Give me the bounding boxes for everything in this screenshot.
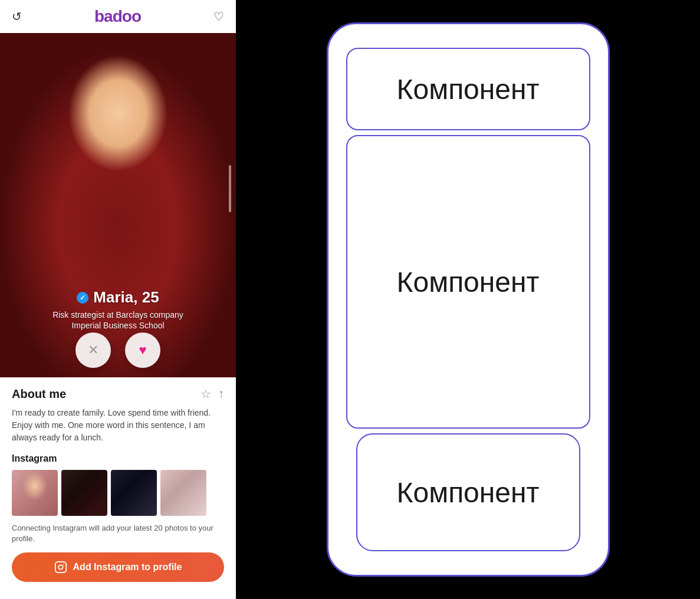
instagram-icon bbox=[54, 561, 67, 574]
dislike-icon: ✕ bbox=[88, 343, 98, 358]
component-box-bottom: Компонент bbox=[356, 433, 580, 551]
instagram-photo-3 bbox=[111, 470, 157, 516]
like-icon: ♥ bbox=[139, 343, 146, 358]
right-panel: Компонент Компонент Компонент bbox=[236, 0, 700, 599]
svg-rect-0 bbox=[55, 562, 65, 572]
verified-check: ✓ bbox=[80, 294, 86, 302]
profile-info-overlay: ✓ Maria, 25 Risk strategist at Barclays … bbox=[0, 288, 236, 330]
profile-content: About me ☆ ↑ I'm ready to create family.… bbox=[0, 377, 236, 599]
about-icons: ☆ ↑ bbox=[201, 387, 224, 401]
component-label-bottom: Компонент bbox=[396, 476, 539, 509]
scroll-indicator bbox=[229, 165, 231, 212]
instagram-photo-4 bbox=[160, 470, 206, 516]
add-instagram-button[interactable]: Add Instagram to profile bbox=[12, 552, 224, 582]
svg-point-1 bbox=[58, 565, 63, 570]
profile-job: Risk strategist at Barclays company bbox=[0, 310, 236, 320]
profile-image-container: ✓ Maria, 25 Risk strategist at Barclays … bbox=[0, 0, 236, 377]
about-header: About me ☆ ↑ bbox=[12, 387, 224, 401]
instagram-connect-text: Connecting Instagram will add your lates… bbox=[12, 523, 224, 544]
component-label-top: Компонент bbox=[396, 73, 539, 106]
back-icon[interactable]: ↺ bbox=[12, 9, 22, 24]
dislike-button[interactable]: ✕ bbox=[75, 333, 111, 368]
instagram-photo-1 bbox=[12, 470, 58, 516]
instagram-photos bbox=[12, 470, 224, 516]
profile-school: Imperial Business School bbox=[0, 321, 236, 330]
phone-panel: ↺ badoo ♡ ✓ Maria, 25 Risk strategist at… bbox=[0, 0, 236, 599]
about-title: About me bbox=[12, 387, 66, 401]
profile-name-line: ✓ Maria, 25 bbox=[0, 288, 236, 307]
verified-badge: ✓ bbox=[77, 292, 88, 304]
about-text: I'm ready to create family. Love spend t… bbox=[12, 407, 224, 444]
phone-header: ↺ badoo ♡ bbox=[0, 0, 236, 33]
star-icon[interactable]: ☆ bbox=[201, 387, 211, 401]
phone-frame: Компонент Компонент Компонент bbox=[327, 22, 610, 577]
heart-icon[interactable]: ♡ bbox=[213, 9, 224, 24]
instagram-section-title: Instagram bbox=[12, 453, 224, 464]
action-buttons: ✕ ♥ bbox=[0, 333, 236, 368]
component-label-middle: Компонент bbox=[396, 266, 539, 298]
component-box-middle: Компонент bbox=[346, 135, 590, 429]
share-icon[interactable]: ↑ bbox=[218, 387, 224, 401]
svg-point-2 bbox=[63, 564, 64, 565]
instagram-photo-2 bbox=[61, 470, 107, 516]
like-button[interactable]: ♥ bbox=[125, 333, 160, 368]
add-instagram-label: Add Instagram to profile bbox=[73, 562, 182, 572]
profile-name: Maria, 25 bbox=[93, 288, 159, 307]
component-box-top: Компонент bbox=[346, 48, 590, 130]
app-logo: badoo bbox=[94, 7, 141, 26]
